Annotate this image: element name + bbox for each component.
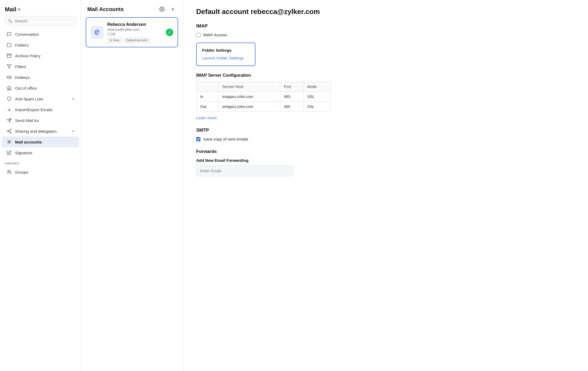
import-export-icon	[6, 107, 12, 112]
search-box[interactable]: 🔍	[4, 16, 77, 26]
smtp-section-title: SMTP	[196, 128, 575, 133]
svg-rect-0	[7, 54, 12, 55]
table-cell-port-in: 993	[280, 92, 303, 102]
sidebar-item-folders[interactable]: Folders	[2, 40, 79, 50]
sidebar-item-groups[interactable]: Groups	[2, 167, 79, 177]
send-mail-as-icon	[6, 118, 12, 123]
folder-settings-box: Folder Settings Launch Folder Settings	[196, 43, 255, 66]
sidebar-item-label-signature: Signature	[15, 150, 32, 155]
sidebar-item-label-conversation: Conversation	[15, 32, 39, 37]
hotkeys-icon	[6, 75, 12, 80]
sharing-chevron: ▾	[72, 129, 74, 133]
right-panel: Default account rebecca@zylker.com IMAP …	[183, 0, 588, 371]
sidebar-item-label-folders: Folders	[15, 43, 29, 47]
sidebar-item-filters[interactable]: Filters	[2, 61, 79, 72]
table-row-out: Out smtppro.zoho.com 465 SSL	[196, 102, 331, 112]
enter-email-input[interactable]	[196, 165, 293, 176]
svg-point-12	[7, 131, 9, 132]
sidebar-item-label-import-export: Import/Export Emails	[15, 107, 53, 112]
sharing-icon	[6, 129, 12, 134]
mail-accounts-icon	[6, 139, 12, 144]
svg-point-18	[8, 170, 9, 172]
account-card[interactable]: Rebecca Anderson rebecca@zylker.com 1 GB…	[86, 17, 178, 47]
out-of-office-icon	[6, 86, 12, 90]
groups-icon	[6, 170, 12, 174]
table-header-mode: Mode	[303, 82, 331, 92]
middle-panel: Mail Accounts Rebecca Anderson rebecca@z…	[81, 0, 183, 371]
sidebar-item-mail-accounts[interactable]: Mail accounts	[2, 136, 79, 147]
imap-config-table: Server/ Host Port Mode In imappro.zoho.c…	[196, 82, 331, 112]
launch-folder-settings-link[interactable]: Launch Folder Settings	[202, 56, 244, 60]
svg-point-22	[96, 31, 98, 34]
filters-icon	[6, 64, 12, 69]
table-cell-port-out: 465	[280, 102, 303, 112]
smtp-checkbox-row: Save copy of sent emails	[196, 137, 575, 141]
sidebar-item-label-anti-spam: Anti-Spam Lists	[15, 97, 43, 101]
settings-button[interactable]	[158, 5, 166, 13]
sidebar-item-label-groups: Groups	[15, 170, 28, 174]
conversation-icon	[6, 32, 12, 37]
sidebar-item-send-mail-as[interactable]: Send Mail As	[2, 115, 79, 126]
sidebar-item-sharing[interactable]: Sharing and delegation ▾	[2, 126, 79, 136]
app-title-text: Mail	[5, 6, 16, 13]
account-tag-default: Default Account	[124, 38, 150, 43]
table-row-in: In imappro.zoho.com 993 SSL	[196, 92, 331, 102]
forwards-section-title: Forwards	[196, 149, 575, 154]
sidebar-item-anti-spam[interactable]: Anti-Spam Lists ▾	[2, 93, 79, 104]
anti-spam-icon	[6, 96, 12, 101]
sidebar-item-archive-policy[interactable]: Archive Policy	[2, 50, 79, 61]
svg-marker-2	[7, 65, 11, 68]
sidebar-item-signature[interactable]: Signature	[2, 147, 79, 158]
svg-point-16	[8, 141, 10, 143]
sidebar-item-hotkeys[interactable]: Hotkeys	[2, 72, 79, 83]
svg-point-11	[10, 129, 11, 131]
account-check-icon: ✓	[166, 29, 173, 36]
anti-spam-chevron: ▾	[72, 97, 74, 101]
smtp-save-copy-checkbox[interactable]	[196, 137, 200, 141]
account-email: rebecca@zylker.com	[107, 27, 162, 32]
imap-access-checkbox[interactable]	[196, 33, 200, 37]
imap-access-row: IMAP Access	[196, 33, 575, 37]
table-cell-direction-in: In	[196, 92, 219, 102]
account-storage: 1 GB	[107, 32, 162, 36]
sidebar: Mail ▾ 🔍 Conversation Folders Archive Po…	[0, 0, 81, 371]
account-name: Rebecca Anderson	[107, 22, 162, 27]
smtp-save-copy-label[interactable]: Save copy of sent emails	[203, 137, 248, 141]
sidebar-item-label-archive: Archive Policy	[15, 54, 40, 58]
folders-icon	[6, 43, 12, 47]
middle-panel-title: Mail Accounts	[87, 6, 124, 12]
account-info: Rebecca Anderson rebecca@zylker.com 1 GB…	[107, 22, 162, 43]
sidebar-item-conversation[interactable]: Conversation	[2, 29, 79, 40]
forwards-section: Forwards Add New Email Forwarding	[196, 149, 575, 176]
svg-line-15	[8, 130, 10, 131]
app-title-chevron: ▾	[18, 7, 20, 12]
svg-line-14	[8, 131, 10, 132]
app-title[interactable]: Mail ▾	[0, 0, 81, 16]
search-input[interactable]	[15, 19, 73, 23]
middle-header-actions	[158, 5, 177, 13]
account-tag-in-view: In View	[107, 38, 122, 43]
imap-access-label[interactable]: IMAP Access	[203, 33, 227, 37]
table-cell-direction-out: Out	[196, 102, 219, 112]
sidebar-item-label-sharing: Sharing and delegation	[15, 129, 57, 134]
table-cell-server-out: smtppro.zoho.com	[218, 102, 280, 112]
svg-point-13	[10, 132, 11, 133]
search-icon: 🔍	[8, 19, 12, 23]
sidebar-item-import-export[interactable]: Import/Export Emails	[2, 104, 79, 115]
account-avatar	[91, 26, 103, 39]
groups-section-label: GROUPS	[0, 158, 81, 167]
table-header-server: Server/ Host	[218, 82, 280, 92]
imap-section-title: IMAP	[196, 23, 575, 29]
table-cell-mode-out: SSL	[303, 102, 331, 112]
smtp-section: SMTP Save copy of sent emails	[196, 128, 575, 141]
table-cell-server-in: imappro.zoho.com	[218, 92, 280, 102]
sidebar-item-label-filters: Filters	[15, 64, 26, 69]
add-account-button[interactable]	[169, 5, 177, 13]
learn-more-link[interactable]: Learn more	[196, 116, 575, 120]
middle-header: Mail Accounts	[81, 0, 183, 17]
account-tags: In View Default Account	[107, 38, 162, 43]
page-title: Default account rebecca@zylker.com	[196, 8, 575, 16]
sidebar-item-out-of-office[interactable]: Out of office	[2, 83, 79, 93]
archive-icon	[6, 53, 12, 58]
sidebar-item-label-mail-accounts: Mail accounts	[15, 140, 42, 144]
